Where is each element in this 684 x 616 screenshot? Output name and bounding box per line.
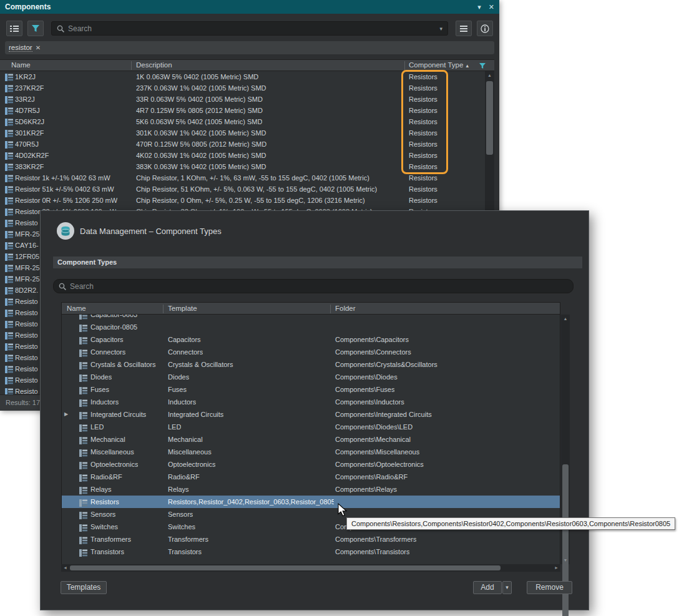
table-row[interactable]: 5D6KR2J 5K6 0.063W 5% 0402 (1005 Metric)…	[0, 116, 485, 127]
type-name: Transformers	[90, 533, 131, 545]
component-type-row[interactable]: Fuses Fuses Components\Fuses	[62, 383, 560, 396]
table-row[interactable]: 1KR2J 1K 0.063W 5% 0402 (1005 Metric) SM…	[0, 71, 485, 82]
component-type-row[interactable]: Diodes Diodes Components\Diodes	[62, 371, 560, 383]
type-template: Resistors,Resistor_0402,Resistor_0603,Re…	[168, 496, 334, 508]
component-type-row[interactable]: Capacitor-0805	[62, 321, 560, 333]
component-type-row[interactable]: LED LED Components\Diodes\LED	[62, 421, 560, 433]
add-dropdown-button[interactable]: ▾	[502, 581, 512, 594]
filter-chip-label[interactable]: resistor	[9, 44, 32, 52]
component-type-row[interactable]: Inductors Inductors Components\Inductors	[62, 396, 560, 408]
dialog-search-input[interactable]	[70, 282, 568, 291]
component-description: Chip Resistor, 0 Ohm, +/- 5%, 0.25 W, -5…	[136, 195, 365, 206]
component-name: Resisto	[15, 341, 38, 352]
component-type-row[interactable]: Miscellaneous Miscellaneous Components\M…	[62, 446, 560, 458]
type-name: Transistors	[90, 545, 124, 558]
column-header-template[interactable]: Template	[168, 303, 197, 314]
type-folder: Components\Miscellaneous	[335, 446, 419, 458]
type-name: Relays	[90, 483, 112, 496]
component-type-row[interactable]: Transistors Transistors Components\Trans…	[62, 545, 560, 558]
list-view-button[interactable]	[6, 21, 22, 36]
component-type: Resistors	[409, 116, 437, 127]
table-row[interactable]: Resistor 51k +/-5% 0402 63 mW Chip Resis…	[0, 183, 485, 195]
component-icon	[5, 388, 13, 394]
table-row[interactable]: 4D7R5J 4R7 0.125W 5% 0805 (2012 Metric) …	[0, 105, 485, 116]
component-name: Resistor 0R +/- 5% 1206 250 mW	[15, 195, 117, 206]
component-name: Resisto	[15, 352, 38, 363]
type-name: Connectors	[90, 346, 125, 358]
type-template: Miscellaneous	[168, 446, 212, 458]
filter-button[interactable]	[27, 21, 44, 36]
component-description: 5K6 0.063W 5% 0402 (1005 Metric) SMD	[136, 116, 262, 127]
panel-options-button[interactable]	[456, 21, 472, 36]
info-button[interactable]	[477, 21, 493, 36]
component-name: 5D6KR2J	[15, 116, 44, 127]
filter-chip-close-icon[interactable]: ✕	[36, 44, 41, 51]
component-name: 8D2R2.	[15, 285, 38, 296]
table-row[interactable]: 4D02KR2F 4K02 0.063W 1% 0402 (1005 Metri…	[0, 150, 485, 161]
templates-button[interactable]: Templates	[61, 581, 107, 594]
table-row[interactable]: Resistor 1k +/-1% 0402 63 mW Chip Resist…	[0, 172, 485, 183]
component-type-row[interactable]: Transformers Transformers Components\Tra…	[62, 533, 560, 545]
table-row[interactable]: 383KR2F 383K 0.063W 1% 0402 (1005 Metric…	[0, 161, 485, 172]
scrollbar-thumb[interactable]	[70, 565, 501, 570]
type-folder: Components\Fuses	[335, 383, 394, 396]
panel-menu-icon[interactable]: ▾	[477, 3, 481, 11]
type-template: Transformers	[168, 533, 208, 545]
component-type-row[interactable]: Mechanical Mechanical Components\Mechani…	[62, 433, 560, 446]
column-header-folder[interactable]: Folder	[335, 303, 356, 314]
component-name: 237KR2F	[15, 82, 44, 94]
scroll-up-icon[interactable]: ▲	[485, 73, 494, 77]
column-header-name[interactable]: Name	[67, 303, 86, 314]
type-folder: Components\Diodes\LED	[335, 421, 413, 433]
column-header-description[interactable]: Description	[136, 60, 172, 71]
scrollbar-thumb[interactable]	[486, 81, 493, 155]
table-row[interactable]: Resistor 0R +/- 5% 1206 250 mW Chip Resi…	[0, 195, 485, 206]
component-type-row[interactable]: ▶ Integrated Circuits Integrated Circuit…	[62, 408, 560, 421]
search-history-dropdown-icon[interactable]: ▾	[439, 26, 442, 32]
table-row[interactable]: 470R5J 470R 0.125W 5% 0805 (2012 Metric)…	[0, 139, 485, 150]
search-input[interactable]	[68, 24, 436, 33]
search-icon	[57, 25, 64, 32]
scroll-left-icon[interactable]: ◄	[63, 564, 67, 572]
type-folder: Components\Transformers	[335, 533, 416, 545]
type-name: Resistors	[90, 496, 119, 508]
expand-icon[interactable]: ▶	[64, 408, 68, 421]
panel-search-box: ▾	[51, 21, 448, 36]
type-folder: Components\Transistors	[335, 545, 409, 558]
component-type-row[interactable]: Connectors Connectors Components\Connect…	[62, 346, 560, 358]
component-type: Resistors	[409, 195, 437, 206]
component-type-row[interactable]: Capacitors Capacitors Components\Capacit…	[62, 333, 560, 346]
add-button[interactable]: Add	[473, 581, 502, 594]
dialog-horizontal-scrollbar[interactable]: ◄ ►	[61, 564, 560, 572]
component-name: Resistor 1k +/-1% 0402 63 mW	[15, 172, 110, 183]
type-name: LED	[90, 421, 104, 433]
component-type: Resistors	[409, 105, 437, 116]
type-name: Mechanical	[90, 433, 125, 446]
column-header-component-type[interactable]: Component Type▴	[409, 60, 469, 71]
type-template: Optoelectronics	[168, 458, 215, 471]
close-icon[interactable]: ✕	[489, 3, 494, 11]
scroll-right-icon[interactable]: ►	[554, 564, 559, 572]
column-header-name[interactable]: Name	[11, 60, 31, 71]
scroll-down-icon[interactable]: ▼	[561, 558, 570, 562]
scroll-up-icon[interactable]: ▲	[561, 316, 570, 321]
component-type: Resistors	[409, 127, 437, 139]
type-template: Crystals & Oscillators	[168, 358, 233, 371]
component-name: Resisto	[15, 307, 38, 318]
component-type-row[interactable]: Capacitor-0603	[62, 315, 560, 321]
remove-button[interactable]: Remove	[527, 581, 572, 594]
component-name: Resisto	[15, 374, 38, 386]
component-type: Resistors	[409, 71, 437, 82]
table-row[interactable]: 33R2J 33R 0.063W 5% 0402 (1005 Metric) S…	[0, 94, 485, 105]
filter-funnel-icon	[32, 25, 39, 32]
table-row[interactable]: 237KR2F 237K 0.063W 1% 0402 (1005 Metric…	[0, 82, 485, 94]
component-type: Resistors	[409, 82, 437, 94]
component-type-row[interactable]: Relays Relays Components\Relays	[62, 483, 560, 496]
component-type-row[interactable]: Resistors Resistors,Resistor_0402,Resist…	[62, 496, 560, 508]
component-types-dialog: Data Management – Component Types Compon…	[40, 210, 589, 610]
table-row[interactable]: 301KR2F 301K 0.063W 1% 0402 (1005 Metric…	[0, 127, 485, 139]
component-type-row[interactable]: Crystals & Oscillators Crystals & Oscill…	[62, 358, 560, 371]
component-type-row[interactable]: Optoelectronics Optoelectronics Componen…	[62, 458, 560, 471]
component-type-row[interactable]: Radio&RF Radio&RF Components\Radio&RF	[62, 471, 560, 483]
type-folder: Components\Crystals&Oscillators	[335, 358, 437, 371]
